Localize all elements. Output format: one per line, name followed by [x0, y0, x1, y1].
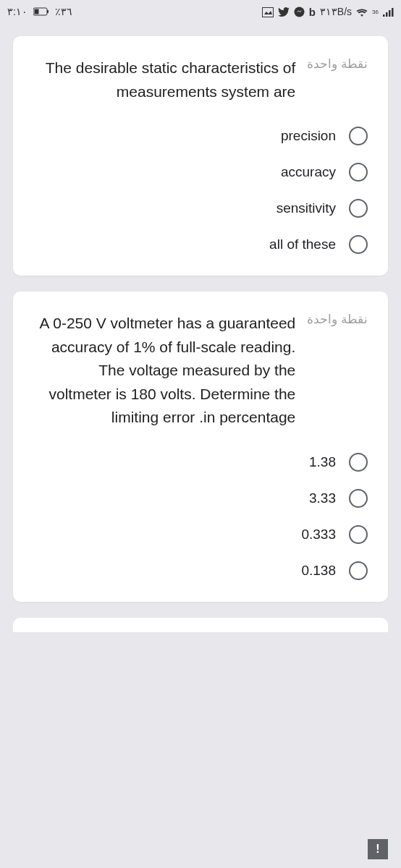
- option-item[interactable]: 0.138: [33, 554, 368, 587]
- option-item[interactable]: sensitivity: [33, 192, 368, 225]
- wifi-icon: [356, 6, 368, 17]
- radio-icon: [349, 561, 368, 580]
- option-item[interactable]: 0.333: [33, 518, 368, 551]
- svg-point-4: [294, 7, 304, 17]
- messenger-icon: [294, 6, 305, 18]
- option-label: accuracy: [281, 164, 336, 180]
- option-label: 0.138: [301, 563, 336, 579]
- content-area: نقطة واحدة The desirable static characte…: [0, 23, 401, 645]
- status-right: b ٣١٣B/s 36: [262, 6, 394, 18]
- radio-icon: [349, 489, 368, 508]
- svg-rect-5: [383, 14, 385, 17]
- battery-icon: [33, 7, 49, 16]
- option-label: precision: [281, 128, 336, 144]
- options-group: precision accuracy sensitivity all of th…: [33, 119, 368, 261]
- svg-rect-3: [262, 8, 273, 17]
- option-item[interactable]: 3.33: [33, 482, 368, 515]
- question-card: نقطة واحدة A 0-250 V voltmeter has a gua…: [13, 292, 388, 602]
- option-item[interactable]: 1.38: [33, 446, 368, 479]
- twitter-icon: [278, 6, 290, 17]
- option-item[interactable]: all of these: [33, 228, 368, 261]
- svg-rect-8: [392, 8, 394, 17]
- time-text: ٣:١٠: [7, 6, 28, 17]
- options-group: 1.38 3.33 0.333 0.138: [33, 446, 368, 587]
- card-header: نقطة واحدة The desirable static characte…: [33, 56, 368, 103]
- signal-icon: [383, 6, 394, 17]
- radio-icon: [349, 163, 368, 182]
- svg-rect-2: [47, 10, 48, 13]
- radio-icon: [349, 453, 368, 472]
- option-label: sensitivity: [277, 200, 336, 216]
- question-card-peek: [13, 618, 388, 632]
- points-label: نقطة واحدة: [307, 56, 368, 72]
- svg-rect-6: [386, 12, 388, 17]
- option-item[interactable]: precision: [33, 119, 368, 153]
- radio-icon: [349, 127, 368, 145]
- question-card: نقطة واحدة The desirable static characte…: [13, 36, 388, 276]
- option-label: 0.333: [301, 527, 336, 542]
- report-button[interactable]: !: [368, 839, 388, 859]
- card-header: نقطة واحدة A 0-250 V voltmeter has a gua…: [33, 312, 368, 430]
- radio-icon: [349, 199, 368, 218]
- b-icon: b: [309, 6, 316, 18]
- question-text: The desirable static characteristics of …: [33, 56, 295, 103]
- battery-percent: ٪٣٦: [55, 6, 72, 17]
- option-label: 1.38: [309, 454, 336, 470]
- radio-icon: [349, 235, 368, 254]
- svg-rect-7: [389, 10, 391, 17]
- screenshot-icon: [262, 6, 274, 17]
- network-speed: ٣١٣B/s: [320, 6, 352, 17]
- status-left: ٣:١٠ ٪٣٦: [7, 6, 72, 17]
- status-bar: ٣:١٠ ٪٣٦ b ٣١٣: [0, 0, 401, 23]
- svg-rect-1: [34, 9, 38, 14]
- option-label: 3.33: [309, 490, 336, 506]
- signal-badge: 36: [372, 9, 379, 15]
- option-item[interactable]: accuracy: [33, 156, 368, 189]
- question-text: A 0-250 V voltmeter has a guaranteed acc…: [33, 312, 295, 430]
- exclamation-icon: !: [376, 843, 379, 856]
- points-label: نقطة واحدة: [307, 312, 368, 327]
- option-label: all of these: [269, 237, 336, 252]
- radio-icon: [349, 525, 368, 544]
